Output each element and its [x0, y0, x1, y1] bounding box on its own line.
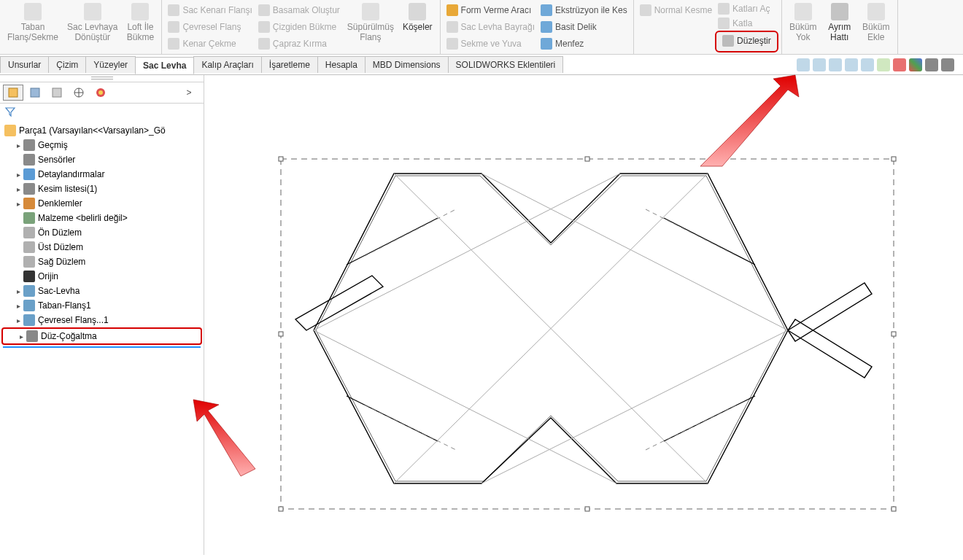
prev-view-icon[interactable]	[829, 58, 842, 71]
caret-icon[interactable]: ▸	[15, 185, 22, 193]
tree-item-taban-flan-1[interactable]: ▸Taban-Flanş1	[0, 298, 204, 313]
scene-icon[interactable]	[925, 58, 938, 71]
config-manager-tab[interactable]	[47, 85, 67, 101]
view-orientation-icon[interactable]	[861, 58, 874, 71]
tab-hesapla[interactable]: Hesapla	[317, 56, 366, 73]
tab-yuzeyler[interactable]: Yüzeyler	[85, 56, 136, 73]
tree-item-denklemler[interactable]: ▸Denklemler	[0, 196, 204, 211]
tree-item-sa-d-zlem[interactable]: Sağ Düzlem	[0, 254, 204, 269]
bukum-ekle-button[interactable]: Büküm Ekle	[858, 1, 894, 52]
capraz-icon	[258, 38, 270, 50]
tree-item--evresel-flan-1[interactable]: ▸Çevresel Flanş...1	[0, 313, 204, 327]
ayrim-hatti-button[interactable]: Ayrım Hattı	[821, 1, 858, 52]
sac-levha-bayragi-button[interactable]: Sac Levha Bayrağı	[444, 20, 538, 34]
svg-rect-9	[279, 157, 283, 161]
filter-icon[interactable]	[4, 106, 16, 117]
svg-rect-13	[585, 157, 589, 161]
sac-kenari-button[interactable]: Sac Kenarı Flanşı	[165, 3, 255, 18]
duzlestir-button[interactable]: Düzleştir	[719, 34, 774, 48]
svg-rect-2	[53, 88, 61, 97]
tree-item-sens-rler[interactable]: Sensörler	[0, 152, 204, 167]
katla-button[interactable]: Katla	[715, 16, 778, 31]
caret-icon[interactable]: ▸	[15, 171, 22, 179]
cizgiden-button[interactable]: Çizgiden Bükme	[255, 20, 343, 34]
panel-expand-button[interactable]: >	[179, 85, 199, 101]
flat-pattern-drawing	[204, 75, 963, 556]
zoom-fit-icon[interactable]	[797, 58, 810, 71]
loft-ile-button[interactable]: Loft İle Bükme	[122, 1, 158, 52]
tree-item-kesim-listesi-1-[interactable]: ▸Kesim listesi(1)	[0, 182, 204, 196]
caret-icon[interactable]: ▸	[15, 200, 22, 208]
tab-mbd[interactable]: MBD Dimensions	[365, 56, 449, 73]
ekstruzyon-icon	[541, 4, 552, 16]
caret-icon[interactable]: ▸	[15, 287, 22, 295]
bukum-yok-button[interactable]: Büküm Yok	[785, 1, 821, 52]
display-style-icon[interactable]	[877, 58, 890, 71]
svg-rect-12	[892, 507, 896, 511]
menfez-button[interactable]: Menfez	[538, 36, 630, 51]
tab-kalip[interactable]: Kalıp Araçları	[193, 56, 261, 73]
loft-ile-label: Loft İle Bükme	[127, 22, 154, 43]
svg-rect-11	[279, 507, 283, 511]
kenar-cekme-icon	[168, 38, 179, 50]
tree-item-label: Detaylandırmalar	[38, 169, 104, 179]
appearance-icon[interactable]	[909, 58, 922, 71]
tab-unsurlar[interactable]: Unsurlar	[0, 56, 49, 73]
form-verme-button[interactable]: Form Verme Aracı	[444, 3, 538, 18]
tree-item-label: Kesim listesi(1)	[38, 184, 97, 194]
view-settings-icon[interactable]	[941, 58, 954, 71]
tree-item-orijin[interactable]: Orijin	[0, 269, 204, 284]
basamak-icon	[258, 4, 270, 16]
caret-icon[interactable]: ▸	[15, 316, 22, 324]
basit-delik-button[interactable]: Basit Delik	[538, 20, 630, 34]
koseler-button[interactable]: Köşeler	[398, 1, 437, 52]
zoom-area-icon[interactable]	[813, 58, 826, 71]
graphics-viewport[interactable]	[204, 75, 963, 555]
property-manager-tab[interactable]	[25, 85, 45, 101]
tree-item-malzeme-belirli-de-il-[interactable]: Malzeme <belirli değil>	[0, 211, 204, 225]
feature-tree-tab[interactable]	[3, 85, 23, 101]
basamak-button[interactable]: Basamak Oluştur	[255, 3, 343, 18]
tree-item-icon	[23, 256, 35, 268]
section-view-icon[interactable]	[845, 58, 858, 71]
caret-icon[interactable]: ▸	[18, 332, 25, 341]
bukum-yok-label: Büküm Yok	[789, 22, 816, 43]
tab-isaretleme[interactable]: İşaretleme	[261, 56, 318, 73]
katlari-ac-button[interactable]: Katları Aç	[715, 1, 778, 16]
capraz-button[interactable]: Çapraz Kırma	[255, 36, 343, 51]
ekstruzyon-button[interactable]: Ekstrüzyon ile Kes	[538, 3, 630, 18]
svg-line-21	[314, 174, 620, 330]
cevresel-button[interactable]: Çevresel Flanş	[165, 20, 255, 34]
sac-levhaya-button[interactable]: Sac Levhaya Dönüştür	[63, 1, 122, 52]
tab-cizim[interactable]: Çizim	[48, 56, 86, 73]
normal-kesme-icon	[640, 4, 651, 16]
tree-item-detayland-rmalar[interactable]: ▸Detaylandırmalar	[0, 167, 204, 182]
svg-rect-10	[892, 157, 896, 161]
sekme-yuva-button[interactable]: Sekme ve Yuva	[444, 36, 538, 51]
normal-kesme-button[interactable]: Normal Kesme	[637, 3, 715, 18]
tab-sac-levha[interactable]: Sac Levha	[135, 57, 194, 74]
tree-item-d-z-o-altma[interactable]: ▸Düz-Çoğaltma	[1, 327, 202, 345]
tab-eklentiler[interactable]: SOLIDWORKS Eklentileri	[448, 56, 564, 73]
hide-show-icon[interactable]	[893, 58, 906, 71]
supurulmus-button[interactable]: Süpürülmüş Flanş	[343, 1, 398, 52]
svg-rect-15	[279, 332, 283, 336]
taban-flans-button[interactable]: Taban Flanş/Sekme	[3, 1, 63, 52]
caret-icon[interactable]: ▸	[15, 302, 22, 310]
caret-icon[interactable]: ▸	[15, 141, 22, 149]
dimxpert-tab[interactable]	[69, 85, 89, 101]
tree-item-sac-levha[interactable]: ▸Sac-Levha	[0, 284, 204, 298]
tree-item-icon	[26, 330, 38, 342]
koseler-icon	[409, 3, 426, 20]
display-manager-tab[interactable]	[90, 85, 111, 101]
tree-item-icon	[23, 300, 35, 311]
svg-line-19	[314, 330, 616, 483]
ribbon-group-flange: Sac Kenarı Flanşı Çevresel Flanş Kenar Ç…	[162, 0, 440, 54]
kenar-cekme-button[interactable]: Kenar Çekme	[165, 36, 255, 51]
tree-item--st-d-zlem[interactable]: Üst Düzlem	[0, 240, 204, 254]
tree-item-label: Düz-Çoğaltma	[41, 331, 97, 341]
tree-root[interactable]: Parça1 (Varsayılan<<Varsayılan>_Gö	[0, 123, 204, 138]
panel-grip-icon[interactable]	[91, 77, 113, 79]
tree-item-ge-mi-[interactable]: ▸Geçmiş	[0, 138, 204, 152]
tree-item--n-d-zlem[interactable]: Ön Düzlem	[0, 225, 204, 240]
